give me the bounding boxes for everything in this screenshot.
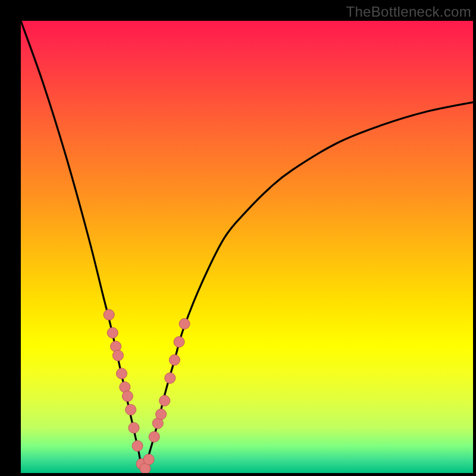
data-marker bbox=[143, 454, 154, 465]
data-marker bbox=[174, 337, 184, 347]
data-marker bbox=[159, 395, 170, 406]
chart-frame bbox=[21, 21, 473, 473]
data-marker bbox=[112, 350, 123, 361]
attribution-text: TheBottleneck.com bbox=[346, 4, 471, 20]
data-marker bbox=[129, 422, 139, 433]
data-marker bbox=[165, 372, 176, 383]
bottleneck-curve bbox=[21, 21, 473, 473]
data-marker bbox=[126, 405, 136, 415]
data-marker bbox=[122, 391, 133, 402]
data-marker bbox=[169, 355, 180, 365]
chart-svg bbox=[21, 21, 473, 473]
data-marker bbox=[107, 327, 118, 338]
data-marker bbox=[179, 318, 190, 329]
marker-group bbox=[104, 309, 190, 473]
data-marker bbox=[116, 368, 127, 379]
data-marker bbox=[149, 431, 159, 442]
data-marker bbox=[132, 440, 143, 451]
data-marker bbox=[156, 409, 167, 419]
data-marker bbox=[104, 309, 114, 320]
